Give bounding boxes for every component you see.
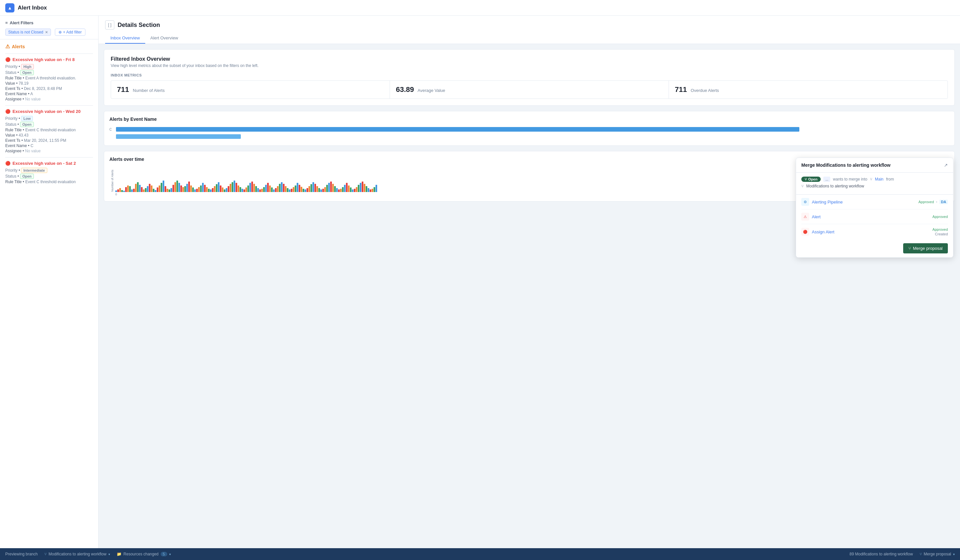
item-status-approved: Approved xyxy=(933,215,948,219)
merge-icon: ⑂ xyxy=(805,177,807,181)
alerts-label: Alerts xyxy=(12,44,25,49)
alerts-by-event-name-chart: Alerts by Event Name C xyxy=(104,111,955,146)
reviewer-badge: DA xyxy=(939,199,948,204)
priority-badge: Low xyxy=(21,116,33,121)
priority-badge: Intermediate xyxy=(21,168,47,173)
tab-inbox-overview[interactable]: Inbox Overview xyxy=(105,33,145,44)
metric-value-overdue: 711 xyxy=(675,85,687,94)
merge-btn-icon: ⑂ xyxy=(909,246,911,251)
merge-source-info: ... xyxy=(823,177,830,182)
item-status-approved: Approved xyxy=(918,200,934,204)
chart1-title: Alerts by Event Name xyxy=(109,116,949,122)
metric-overdue-alerts: 711 Overdue Alerts xyxy=(669,81,947,99)
metric-label-alerts: Number of Alerts xyxy=(133,88,165,93)
merge-popup-header: Merge Modifications to alerting workflow… xyxy=(796,158,953,173)
merge-items-list: ⚙ Alerting Pipeline Approved • DA ⚠ Aler… xyxy=(796,195,953,239)
filters-section: ≡ Alert Filters Status is not Closed ✕ ⊕… xyxy=(0,16,98,39)
alerts-section: ⚠ Alerts 🔴 Excessive high value on - Fri… xyxy=(0,39,98,192)
pipeline-icon: ⚙ xyxy=(801,198,809,206)
metric-value-alerts: 711 xyxy=(117,85,129,94)
list-item: ⚠ Alert Approved xyxy=(801,209,948,224)
metric-number-of-alerts: 711 Number of Alerts xyxy=(111,81,390,99)
list-item[interactable]: 🔴 Excessive high value on - Sat 2 Priori… xyxy=(5,157,93,188)
list-item[interactable]: 🔴 Excessive high value on - Wed 20 Prior… xyxy=(5,105,93,157)
metrics-row: 711 Number of Alerts 63.89 Average Value… xyxy=(111,80,948,99)
app-icon: ▲ xyxy=(5,3,14,13)
top-header: ▲ Alert Inbox xyxy=(0,0,960,16)
expand-icon[interactable]: ↗ xyxy=(944,163,948,168)
warning-icon: ⚠ xyxy=(5,43,10,49)
details-section-title: Details Section xyxy=(118,22,160,29)
details-header: [ ] Details Section Inbox Overview Alert… xyxy=(99,16,960,44)
merge-popup-footer: ⑂ Merge proposal xyxy=(796,239,953,257)
add-icon: ⊕ xyxy=(59,30,62,35)
app-title: Alert Inbox xyxy=(18,5,47,11)
item-name-assign-alert[interactable]: Assign Alert xyxy=(812,230,835,235)
sidebar: ≡ Alert Filters Status is not Closed ✕ ⊕… xyxy=(0,16,99,548)
overview-subtitle: View high level metrics about the subset… xyxy=(111,63,948,68)
item-status-created: Created xyxy=(935,232,948,236)
tab-row: Inbox Overview Alert Overview xyxy=(105,33,954,44)
list-item: 🔴 Assign Alert Approved Created xyxy=(801,224,948,239)
status-badge: Open xyxy=(20,70,34,75)
merge-branch-icon: ⑂ xyxy=(870,177,872,182)
status-badge: Open xyxy=(20,174,34,179)
list-item: ⚙ Alerting Pipeline Approved • DA xyxy=(801,195,948,209)
filter-header-label: Alert Filters xyxy=(10,20,34,25)
filter-icon: ≡ xyxy=(5,20,8,25)
priority-badge: High xyxy=(21,64,34,69)
metrics-label: INBOX METRICS xyxy=(111,73,948,77)
main-layout: ≡ Alert Filters Status is not Closed ✕ ⊕… xyxy=(0,16,960,548)
status-badge: Open xyxy=(20,122,34,127)
item-name-pipeline[interactable]: Alerting Pipeline xyxy=(812,199,843,204)
merge-proposal-button[interactable]: ⑂ Merge proposal xyxy=(903,243,948,254)
metric-value-avg: 63.89 xyxy=(396,85,414,94)
collapse-icon: [ ] xyxy=(108,22,111,27)
alert-type-icon: ⚠ xyxy=(801,213,809,220)
filter-tag[interactable]: Status is not Closed ✕ xyxy=(5,29,51,36)
alerts-header: ⚠ Alerts xyxy=(5,43,93,49)
item-name-alert[interactable]: Alert xyxy=(812,214,821,219)
tab-alert-overview[interactable]: Alert Overview xyxy=(145,33,184,44)
merge-popup: Merge Modifications to alerting workflow… xyxy=(796,158,954,258)
alert-error-icon: 🔴 xyxy=(5,109,11,114)
filter-close-icon[interactable]: ✕ xyxy=(45,30,48,35)
branch-from-icon: ⑂ xyxy=(801,184,803,188)
merge-popup-title: Merge Modifications to alerting workflow xyxy=(801,163,890,168)
filter-header: ≡ Alert Filters xyxy=(5,20,93,25)
metric-label-overdue: Overdue Alerts xyxy=(691,88,719,93)
assign-alert-icon: 🔴 xyxy=(801,228,809,236)
alert-error-icon: 🔴 xyxy=(5,57,11,62)
alert-error-icon: 🔴 xyxy=(5,161,11,166)
metric-average-value: 63.89 Average Value xyxy=(390,81,669,99)
add-filter-button[interactable]: ⊕ + Add filter xyxy=(55,29,85,36)
merge-info: ⑂ Open ... wants to merge into ⑂ Main fr… xyxy=(796,173,953,195)
metric-label-avg: Average Value xyxy=(418,88,445,93)
overview-title: Filtered Inbox Overview xyxy=(111,56,948,62)
overview-panel: Filtered Inbox Overview View high level … xyxy=(104,49,955,106)
item-status-approved: Approved xyxy=(933,228,948,231)
open-badge: ⑂ Open xyxy=(801,177,821,182)
collapse-button[interactable]: [ ] xyxy=(105,20,114,30)
main-content: [ ] Details Section Inbox Overview Alert… xyxy=(99,16,960,548)
filter-row: Status is not Closed ✕ ⊕ + Add filter xyxy=(5,29,93,36)
list-item[interactable]: 🔴 Excessive high value on - Fri 8 Priori… xyxy=(5,54,93,105)
y-axis-label: Number of Alerts xyxy=(111,170,114,196)
